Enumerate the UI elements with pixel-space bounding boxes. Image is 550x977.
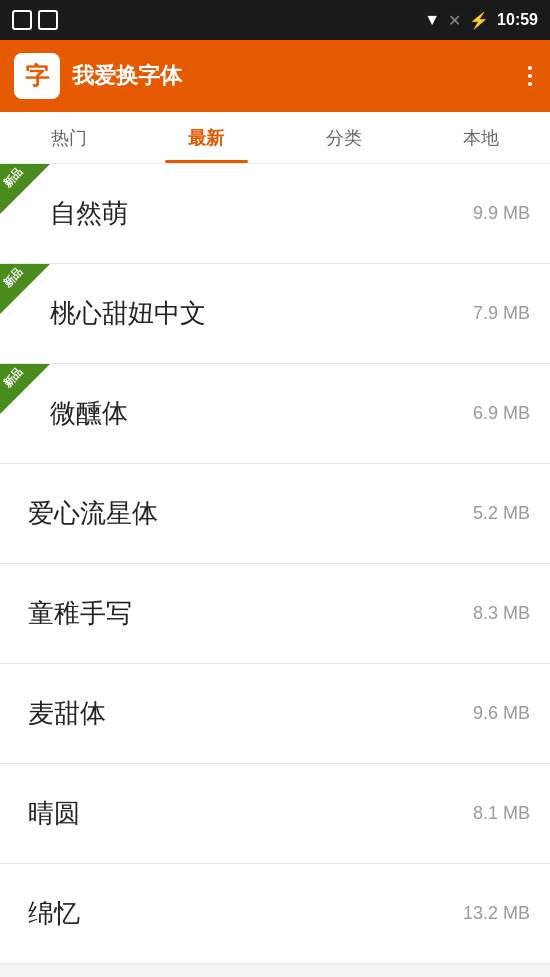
font-name-7: 晴圆	[20, 796, 473, 831]
new-badge-3: 新品	[0, 364, 50, 414]
new-badge-text-2: 新品	[0, 264, 26, 290]
new-badge-2: 新品	[0, 264, 50, 314]
dot-1	[528, 66, 532, 70]
font-item-1[interactable]: 新品 自然萌 9.9 MB	[0, 164, 550, 264]
font-name-1: 自然萌	[20, 196, 473, 231]
tab-category-label: 分类	[326, 126, 362, 150]
font-size-8: 13.2 MB	[463, 903, 530, 924]
overflow-menu-button[interactable]	[524, 62, 536, 90]
font-list: 新品 自然萌 9.9 MB 新品 桃心甜妞中文 7.9 MB 新品 微醺体 6.…	[0, 164, 550, 964]
font-name-4: 爱心流星体	[20, 496, 473, 531]
dot-2	[528, 74, 532, 78]
font-item-3[interactable]: 新品 微醺体 6.9 MB	[0, 364, 550, 464]
tab-bar: 热门 最新 分类 本地	[0, 112, 550, 164]
tab-local[interactable]: 本地	[413, 112, 551, 163]
font-item-5[interactable]: 童稚手写 8.3 MB	[0, 564, 550, 664]
wifi-icon: ▼	[424, 11, 440, 29]
font-name-2: 桃心甜妞中文	[20, 296, 473, 331]
time-display: 10:59	[497, 11, 538, 29]
tab-new-label: 最新	[188, 126, 224, 150]
status-square-1	[12, 10, 32, 30]
font-size-3: 6.9 MB	[473, 403, 530, 424]
font-name-3: 微醺体	[20, 396, 473, 431]
font-size-4: 5.2 MB	[473, 503, 530, 524]
font-size-7: 8.1 MB	[473, 803, 530, 824]
battery-icon: ⚡	[469, 11, 489, 30]
font-item-6[interactable]: 麦甜体 9.6 MB	[0, 664, 550, 764]
font-size-1: 9.9 MB	[473, 203, 530, 224]
font-item-8[interactable]: 绵忆 13.2 MB	[0, 864, 550, 964]
status-square-2	[38, 10, 58, 30]
tab-hot[interactable]: 热门	[0, 112, 138, 163]
font-size-6: 9.6 MB	[473, 703, 530, 724]
new-badge-text-1: 新品	[0, 164, 26, 190]
tab-category[interactable]: 分类	[275, 112, 413, 163]
font-size-5: 8.3 MB	[473, 603, 530, 624]
font-size-2: 7.9 MB	[473, 303, 530, 324]
new-badge-text-3: 新品	[0, 364, 26, 390]
app-logo: 字	[14, 53, 60, 99]
status-bar: ▼ ✕ ⚡ 10:59	[0, 0, 550, 40]
app-title: 我爱换字体	[72, 61, 524, 91]
new-badge-1: 新品	[0, 164, 50, 214]
font-name-8: 绵忆	[20, 896, 463, 931]
tab-local-label: 本地	[463, 126, 499, 150]
app-bar: 字 我爱换字体	[0, 40, 550, 112]
font-item-2[interactable]: 新品 桃心甜妞中文 7.9 MB	[0, 264, 550, 364]
status-bar-left	[12, 10, 58, 30]
font-item-4[interactable]: 爱心流星体 5.2 MB	[0, 464, 550, 564]
status-icons: ▼ ✕ ⚡ 10:59	[424, 11, 538, 30]
font-name-5: 童稚手写	[20, 596, 473, 631]
font-name-6: 麦甜体	[20, 696, 473, 731]
tab-hot-label: 热门	[51, 126, 87, 150]
tab-new[interactable]: 最新	[138, 112, 276, 163]
font-item-7[interactable]: 晴圆 8.1 MB	[0, 764, 550, 864]
signal-blocked-icon: ✕	[448, 11, 461, 30]
dot-3	[528, 82, 532, 86]
